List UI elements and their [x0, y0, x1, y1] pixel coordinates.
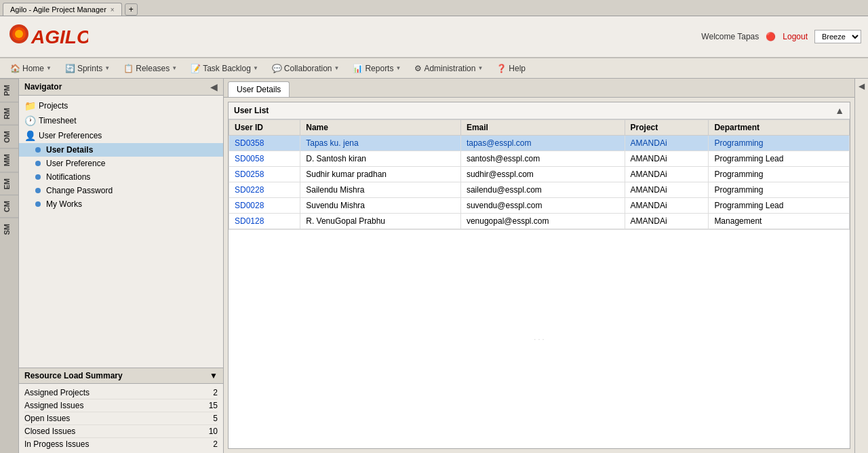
tree-sub-item-notifications[interactable]: Notifications	[19, 170, 223, 184]
user-details-label: User Details	[46, 145, 93, 155]
user-project-cell: AMANDAi	[625, 198, 709, 214]
tree-sub-item-user-details[interactable]: User Details	[19, 143, 223, 157]
tree-item-user-preferences[interactable]: 👤 User Preferences	[19, 128, 223, 143]
user-list-title: User List	[234, 106, 269, 115]
logout-button[interactable]: Logout	[783, 32, 808, 41]
welcome-text: Welcome Tapas	[701, 32, 759, 41]
logo-area: AGILO	[7, 19, 88, 54]
table-row[interactable]: SD0128R. VenuGopal Prabhuvenugopal@esspl…	[229, 214, 850, 229]
bullet-icon	[35, 174, 41, 180]
resource-rows: Assigned Projects2Assigned Issues15Open …	[19, 384, 223, 453]
navigator-panel: Navigator ◀ 📁 Projects 🕐 Timesheet 👤 Use…	[19, 79, 224, 453]
user-name-cell: D. Santosh kiran	[300, 151, 461, 167]
navigator-collapse-button[interactable]: ◀	[210, 81, 218, 92]
resource-row: Closed Issues10	[24, 425, 218, 438]
task-backlog-arrow: ▼	[253, 65, 258, 71]
resource-row-value: 2	[213, 388, 218, 397]
nav-sprints[interactable]: 🔄 Sprints ▼	[59, 61, 116, 76]
nav-releases[interactable]: 📋 Releases ▼	[117, 61, 183, 76]
user-list-collapse-button[interactable]: ▲	[835, 105, 844, 116]
nav-administration[interactable]: ⚙ Administration ▼	[408, 61, 489, 76]
navigator-title: Navigator	[24, 82, 62, 92]
resource-summary-title: Resource Load Summary	[24, 371, 123, 380]
user-project-cell: AMANDAi	[625, 136, 709, 151]
theme-selector[interactable]: Breeze	[814, 30, 861, 43]
table-header-cell: Email	[460, 120, 625, 136]
nav-help[interactable]: ❓ Help	[490, 61, 532, 76]
resource-row: In Progess Issues2	[24, 438, 218, 450]
tab-close-button[interactable]: ×	[111, 6, 115, 14]
help-icon: ❓	[496, 64, 507, 73]
user-id-link[interactable]: SD0128	[235, 216, 264, 226]
releases-arrow: ▼	[172, 65, 177, 71]
home-arrow: ▼	[46, 65, 52, 71]
user-department-cell: Programming	[709, 182, 850, 198]
tree-sub-item-my-works[interactable]: My Works	[19, 197, 223, 211]
user-id-link[interactable]: SD0058	[235, 154, 264, 163]
side-label-sm[interactable]: SM	[0, 218, 18, 241]
reports-arrow: ▼	[395, 65, 401, 71]
resource-summary: Resource Load Summary ▼ Assigned Project…	[19, 368, 223, 453]
logout-icon: 🔴	[766, 32, 776, 41]
user-id-link[interactable]: SD0228	[235, 185, 264, 195]
notifications-label: Notifications	[46, 172, 90, 182]
side-label-rm[interactable]: RM	[0, 102, 18, 125]
user-id-link[interactable]: SD0258	[235, 170, 264, 179]
collaboration-arrow: ▼	[334, 65, 340, 71]
nav-task-backlog[interactable]: 📝 Task Backlog ▼	[184, 61, 264, 76]
svg-point-2	[15, 30, 23, 38]
tree-item-timesheet[interactable]: 🕐 Timesheet	[19, 113, 223, 128]
resource-row: Assigned Issues15	[24, 399, 218, 412]
browser-tab[interactable]: Agilo - Agile Project Manager ×	[3, 3, 122, 16]
table-row[interactable]: SD0058D. Santosh kiransantosh@esspl.comA…	[229, 151, 850, 167]
tree-sub-item-user-preference[interactable]: User Preference	[19, 157, 223, 170]
right-collapse-button[interactable]: ◀	[859, 81, 865, 91]
task-backlog-icon: 📝	[191, 64, 201, 73]
user-department-cell: Programming Lead	[709, 198, 850, 214]
resource-row-label: Open Issues	[24, 414, 70, 423]
table-row[interactable]: SD0028Suvendu Mishrasuvendu@esspl.comAMA…	[229, 198, 850, 214]
new-tab-button[interactable]: +	[125, 3, 138, 16]
table-row[interactable]: SD0358Tapas ku. jenatapas@esspl.comAMAND…	[229, 136, 850, 151]
tree-sub-item-change-password[interactable]: Change Password	[19, 184, 223, 197]
navigation-bar: 🏠 Home ▼ 🔄 Sprints ▼ 📋 Releases ▼ 📝 Task…	[0, 58, 868, 79]
user-project-cell: AMANDAi	[625, 151, 709, 167]
side-label-cm[interactable]: CM	[0, 195, 18, 218]
resource-summary-collapse[interactable]: ▼	[210, 371, 218, 380]
user-table-container: User IDNameEmailProjectDepartment SD0358…	[229, 119, 850, 229]
user-id-cell: SD0228	[229, 182, 300, 198]
main-layout: PM RM OM MM EM CM SM Navigator ◀ 📁 Proje…	[0, 79, 868, 453]
table-header-cell: Name	[300, 120, 461, 136]
resource-row: Assigned Projects2	[24, 387, 218, 399]
table-row[interactable]: SD0228Sailendu Mishrasailendu@esspl.comA…	[229, 182, 850, 198]
app-header: AGILO Welcome Tapas 🔴 Logout Breeze	[0, 16, 868, 58]
nav-collaboration[interactable]: 💬 Collaboration ▼	[266, 61, 346, 76]
resource-row-value: 5	[213, 414, 218, 423]
tree-item-projects[interactable]: 📁 Projects	[19, 98, 223, 113]
resource-row-label: Assigned Projects	[24, 388, 90, 397]
side-label-om[interactable]: OM	[0, 125, 18, 149]
table-header-cell: User ID	[229, 120, 300, 136]
user-id-link[interactable]: SD0028	[235, 201, 264, 210]
sprints-icon: 🔄	[65, 64, 75, 73]
user-project-cell: AMANDAi	[625, 182, 709, 198]
user-table: User IDNameEmailProjectDepartment SD0358…	[229, 119, 850, 229]
tab-user-details[interactable]: User Details	[228, 81, 290, 97]
right-collapse: ◀	[854, 79, 868, 453]
user-name-cell: Tapas ku. jena	[300, 136, 461, 151]
navigator-header: Navigator ◀	[19, 79, 223, 96]
nav-reports[interactable]: 📊 Reports ▼	[347, 61, 407, 76]
content-body: User List ▲ User IDNameEmailProjectDepar…	[228, 102, 850, 449]
user-id-link[interactable]: SD0358	[235, 138, 264, 148]
side-label-pm[interactable]: PM	[0, 79, 18, 102]
user-name-cell: R. VenuGopal Prabhu	[300, 214, 461, 229]
svg-text:AGILO: AGILO	[31, 26, 88, 47]
user-name-cell: Sudhir kumar pradhan	[300, 167, 461, 182]
user-project-cell: AMANDAi	[625, 167, 709, 182]
user-preferences-label: User Preferences	[39, 131, 102, 140]
side-label-mm[interactable]: MM	[0, 148, 18, 172]
projects-label: Projects	[39, 101, 68, 111]
table-row[interactable]: SD0258Sudhir kumar pradhansudhir@esspl.c…	[229, 167, 850, 182]
side-label-em[interactable]: EM	[0, 172, 18, 195]
nav-home[interactable]: 🏠 Home ▼	[4, 61, 58, 76]
